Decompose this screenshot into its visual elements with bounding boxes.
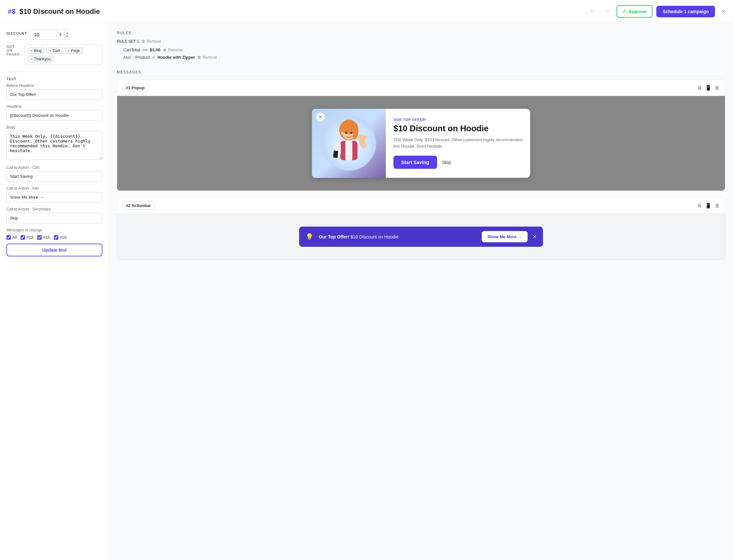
popup-figure: [322, 116, 376, 171]
next-button[interactable]: →: [602, 7, 613, 16]
popup-preview: ×: [117, 96, 725, 191]
discount-stepper: ▲ ▼: [64, 30, 70, 39]
remove-rule-1-button[interactable]: 🗑 Remove: [163, 48, 183, 52]
remove-rule-set-button[interactable]: 🗑 Remove: [142, 39, 161, 44]
cta-info-label: Call to Action - Info: [6, 186, 102, 191]
checkbox-15[interactable]: #15: [37, 235, 50, 240]
body-textarea[interactable]: This Week Only. {{discount}} Discount. O…: [6, 131, 102, 160]
mobile-icon-actionbar[interactable]: 📱: [705, 202, 711, 209]
actionbar-cta-button[interactable]: Show Me More →: [482, 231, 528, 242]
popup-close-button[interactable]: ×: [316, 113, 325, 122]
cta-cart-label: Call to Action - Cart: [6, 165, 102, 170]
cta-secondary-label: Call to Action - Secondary: [6, 207, 102, 211]
check-icon: ✓: [622, 8, 626, 14]
popup-sub-label: OUR TOP OFFER!: [393, 118, 522, 122]
tag-cart: × Cart: [46, 47, 63, 54]
cta-secondary-group: Call to Action - Secondary: [6, 207, 102, 223]
rule-row-2: AND Product = Hoodie with Zipper 🗑 Remov…: [117, 54, 725, 61]
actionbar-close-button[interactable]: ×: [533, 233, 537, 240]
popup-actions: Start Saving Skip: [393, 156, 522, 169]
popup-card: ×: [312, 109, 530, 178]
trash-icon-3: 🗑: [197, 55, 201, 60]
headline-group: Headline: [6, 104, 102, 121]
cta-cart-group: Call to Action - Cart: [6, 165, 102, 182]
popup-tag: #1 Popup: [122, 84, 148, 92]
body-label: Body: [6, 125, 102, 130]
desktop-icon-popup[interactable]: 🖥: [697, 85, 702, 91]
rules-section: RULES RULE SET 1 🗑 Remove CartTotal >= $…: [117, 31, 725, 61]
checkbox-13[interactable]: #13: [21, 235, 33, 240]
rule-value-2: Hoodie with Zipper: [157, 55, 195, 60]
svg-rect-9: [333, 151, 338, 158]
remove-tag-cart[interactable]: ×: [49, 49, 51, 53]
tags-box: × Blog × Cart × Page × Thankyou: [25, 45, 102, 65]
message-card-header-popup: #1 Popup 🖥 📱 🗑: [117, 80, 725, 96]
remove-tag-page[interactable]: ×: [68, 49, 70, 53]
cta-info-input[interactable]: [6, 192, 102, 202]
cta-info-group: Call to Action - Info: [6, 186, 102, 202]
messages-title: MESSAGES: [117, 70, 725, 74]
rule-set-label: RULE SET 1: [117, 39, 139, 44]
rule-set-row: RULE SET 1 🗑 Remove: [117, 39, 725, 44]
headline-input[interactable]: [6, 110, 102, 121]
before-headline-input[interactable]: [6, 89, 102, 100]
remove-rule-2-button[interactable]: 🗑 Remove: [197, 55, 217, 60]
before-headline-label: Before Headline: [6, 83, 102, 88]
rule-field-2: Product: [135, 55, 150, 60]
desktop-icon-actionbar[interactable]: 🖥: [697, 203, 702, 209]
popup-body-text: This Week Only. $10 Discount. Other cust…: [393, 137, 522, 149]
update-text-button[interactable]: Update text: [6, 244, 102, 256]
messages-to-change-section: Messages to change All #13 #15 #16 Updat…: [6, 228, 102, 256]
delete-icon-actionbar[interactable]: 🗑: [715, 203, 720, 209]
svg-point-14: [350, 132, 352, 134]
cta-cart-input[interactable]: [6, 171, 102, 182]
checkbox-16[interactable]: #16: [54, 235, 67, 240]
message-card-header-actionbar: #2 Actionbar 🖥 📱 🗑: [117, 198, 725, 214]
checkboxes-row: All #13 #15 #16: [6, 235, 102, 240]
delete-icon-popup[interactable]: 🗑: [715, 85, 720, 91]
tag-blog: × Blog: [28, 47, 44, 54]
message-icons-popup: 🖥 📱 🗑: [697, 85, 720, 91]
discount-down[interactable]: ▼: [66, 35, 69, 38]
popup-cta-button[interactable]: Start Saving: [393, 156, 437, 169]
rule-field-1: CartTotal: [123, 47, 140, 52]
popup-image-side: ×: [312, 109, 386, 178]
approve-button[interactable]: ✓ Approve: [617, 5, 652, 18]
close-button[interactable]: ×: [721, 8, 725, 15]
prev-button[interactable]: ←: [587, 7, 598, 16]
main-layout: DISCOUNT $ ▲ ▼ NOT ONPAGES × Blog × Cart: [0, 23, 733, 560]
rules-title: RULES: [117, 31, 725, 35]
discount-unit: $: [56, 30, 64, 39]
svg-rect-5: [345, 141, 352, 160]
svg-point-8: [360, 135, 367, 140]
person-illustration: [328, 118, 370, 169]
popup-skip-button[interactable]: Skip: [442, 160, 451, 165]
actionbar-tag: #2 Actionbar: [122, 202, 154, 210]
top-bar: #8 $10 Discount on Hoodie ← → ✓ Approve …: [0, 0, 733, 23]
actionbar-text: Our Top Offer! $10 Discount on Hoodie: [319, 234, 477, 239]
actionbar-bar: 💡 Our Top Offer! $10 Discount on Hoodie …: [299, 227, 543, 247]
discount-section: DISCOUNT $ ▲ ▼: [6, 30, 102, 39]
right-panel: RULES RULE SET 1 🗑 Remove CartTotal >= $…: [109, 23, 733, 560]
message-icons-actionbar: 🖥 📱 🗑: [697, 202, 720, 209]
discount-label: DISCOUNT: [6, 31, 27, 35]
checkbox-all[interactable]: All: [6, 235, 17, 240]
messages-to-change-label: Messages to change: [6, 228, 102, 232]
remove-tag-thankyou[interactable]: ×: [30, 57, 32, 61]
not-on-pages-section: NOT ONPAGES × Blog × Cart × Page × Thank…: [6, 45, 102, 65]
text-section-label: TEXT: [6, 77, 102, 81]
discount-input[interactable]: [30, 30, 56, 39]
not-on-pages-label: NOT ONPAGES: [6, 45, 20, 56]
svg-point-10: [341, 132, 344, 135]
message-card-actionbar: #2 Actionbar 🖥 📱 🗑 💡 Our Top Offer! $10 …: [117, 197, 725, 260]
remove-tag-blog[interactable]: ×: [30, 49, 32, 53]
mobile-icon-popup[interactable]: 📱: [705, 85, 711, 91]
svg-point-13: [345, 132, 347, 134]
cta-secondary-input[interactable]: [6, 213, 102, 223]
and-label: AND: [123, 56, 133, 59]
rule-row-1: CartTotal >= $1.00 🗑 Remove: [117, 46, 725, 54]
schedule-button[interactable]: Schedule 1 campaign: [656, 6, 715, 17]
discount-input-wrap: $ ▲ ▼: [30, 30, 70, 39]
trash-icon-2: 🗑: [163, 48, 167, 52]
discount-up[interactable]: ▲: [66, 31, 69, 35]
